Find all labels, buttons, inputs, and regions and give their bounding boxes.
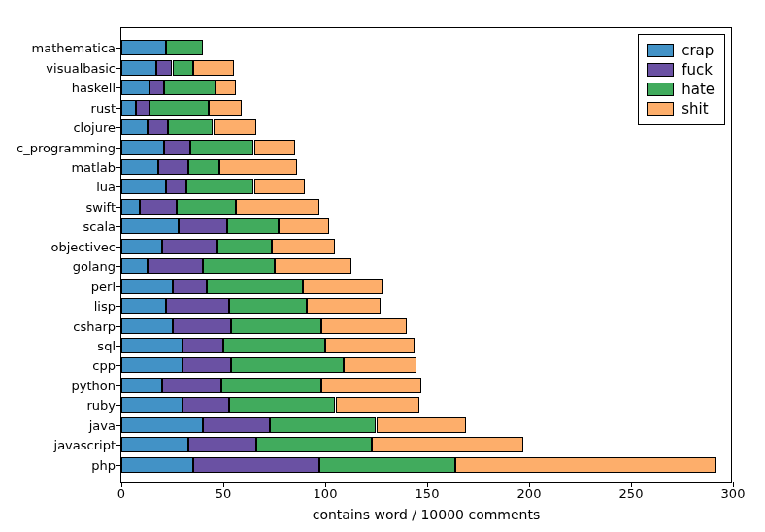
- bar-matlab-shit: [219, 159, 297, 175]
- ytick-mark: [116, 247, 121, 248]
- legend-swatch-hate: [647, 83, 674, 96]
- bar-php-crap: [121, 457, 193, 473]
- bar-rust-hate: [150, 100, 209, 116]
- bar-swift-hate: [177, 199, 236, 215]
- bar-scala-shit: [279, 218, 330, 234]
- bar-cpp-crap: [121, 357, 183, 373]
- bar-clojure-shit: [214, 119, 256, 135]
- bar-golang-hate: [203, 258, 275, 274]
- bar-objectivec-shit: [272, 239, 335, 254]
- bar-cpp-shit: [344, 357, 417, 373]
- bar-ruby-shit: [336, 397, 419, 413]
- bar-mathematica-crap: [121, 40, 166, 55]
- bar-perl-shit: [303, 279, 382, 294]
- bar-mathematica-hate: [166, 40, 203, 55]
- bar-clojure-fuck: [148, 119, 168, 135]
- bar-javascript-shit: [372, 437, 522, 452]
- bar-java-hate: [270, 417, 376, 433]
- ytick-mark: [116, 425, 121, 426]
- xtick-label-50: 50: [216, 482, 232, 501]
- bar-java-crap: [121, 417, 203, 433]
- bar-lisp-crap: [121, 298, 166, 314]
- ytick-mark: [116, 68, 121, 69]
- legend-label-fuck: fuck: [682, 60, 713, 80]
- legend-label-crap: crap: [682, 41, 714, 60]
- bar-scala-fuck: [179, 218, 227, 234]
- bar-javascript-hate: [256, 437, 373, 452]
- bar-php-fuck: [193, 457, 319, 473]
- bar-golang-crap: [121, 258, 148, 274]
- bar-cpp-hate: [231, 357, 344, 373]
- bar-lisp-hate: [229, 298, 307, 314]
- ytick-label-clojure: clojure: [73, 120, 121, 135]
- bar-python-shit: [321, 378, 421, 393]
- bar-c_programming-shit: [254, 140, 295, 155]
- bar-haskell-shit: [216, 80, 236, 95]
- bar-lisp-shit: [307, 298, 381, 314]
- legend-swatch-shit: [647, 102, 674, 116]
- bar-visualbasic-fuck: [156, 60, 173, 76]
- ytick-mark: [116, 326, 121, 327]
- legend-item-crap: crap: [647, 41, 715, 60]
- bar-clojure-hate: [168, 119, 213, 135]
- bar-lua-shit: [254, 179, 306, 194]
- bar-scala-hate: [227, 218, 279, 234]
- ytick-mark: [116, 186, 121, 187]
- bar-matlab-fuck: [158, 159, 189, 175]
- ytick-mark: [116, 286, 121, 287]
- bar-c_programming-fuck: [164, 140, 190, 155]
- ytick-mark: [116, 445, 121, 446]
- bar-ruby-crap: [121, 397, 183, 413]
- bar-rust-shit: [209, 100, 242, 116]
- bar-visualbasic-crap: [121, 60, 156, 76]
- bar-ruby-fuck: [183, 397, 229, 413]
- bar-lua-hate: [186, 179, 253, 194]
- ytick-mark: [116, 385, 121, 386]
- bar-php-hate: [319, 457, 456, 473]
- xtick-label-300: 300: [721, 482, 746, 501]
- bar-php-shit: [455, 457, 716, 473]
- bar-java-shit: [377, 417, 466, 433]
- legend-label-hate: hate: [682, 80, 715, 99]
- ytick-label-csharp: csharp: [73, 318, 121, 333]
- bar-golang-fuck: [148, 258, 203, 274]
- ytick-mark: [116, 346, 121, 347]
- bar-rust-fuck: [136, 100, 150, 116]
- ytick-mark: [116, 405, 121, 406]
- ytick-mark: [116, 48, 121, 49]
- ytick-mark: [116, 306, 121, 307]
- ytick-label-python: python: [72, 378, 121, 392]
- bar-javascript-crap: [121, 437, 188, 452]
- xtick-label-150: 150: [416, 482, 440, 501]
- bar-swift-fuck: [140, 199, 177, 215]
- ytick-mark: [116, 108, 121, 109]
- xtick-label-0: 0: [117, 482, 125, 501]
- legend-label-shit: shit: [682, 99, 708, 118]
- ytick-mark: [116, 148, 121, 149]
- bar-javascript-fuck: [188, 437, 255, 452]
- bar-java-fuck: [203, 417, 270, 433]
- ytick-label-visualbasic: visualbasic: [46, 60, 121, 75]
- bar-lua-crap: [121, 179, 166, 194]
- bar-swift-crap: [121, 199, 140, 215]
- ytick-label-javascript: javascript: [54, 438, 121, 452]
- legend-swatch-fuck: [647, 63, 674, 77]
- bar-ruby-hate: [229, 397, 335, 413]
- xtick-label-100: 100: [314, 482, 338, 501]
- plot-area: crapfuckhateshit phpjavascriptjavarubypy…: [120, 27, 732, 483]
- bar-matlab-crap: [121, 159, 158, 175]
- bar-sql-fuck: [183, 338, 223, 353]
- ytick-mark: [116, 167, 121, 168]
- ytick-mark: [116, 365, 121, 366]
- bar-csharp-shit: [321, 318, 407, 334]
- ytick-mark: [116, 207, 121, 208]
- ytick-mark: [116, 226, 121, 227]
- bar-cpp-fuck: [183, 357, 231, 373]
- legend: crapfuckhateshit: [638, 34, 725, 125]
- bar-golang-shit: [275, 258, 352, 274]
- bar-scala-crap: [121, 218, 179, 234]
- bar-haskell-hate: [164, 80, 216, 95]
- bar-clojure-crap: [121, 119, 148, 135]
- bar-sql-crap: [121, 338, 183, 353]
- ytick-label-c_programming: c_programming: [17, 140, 121, 154]
